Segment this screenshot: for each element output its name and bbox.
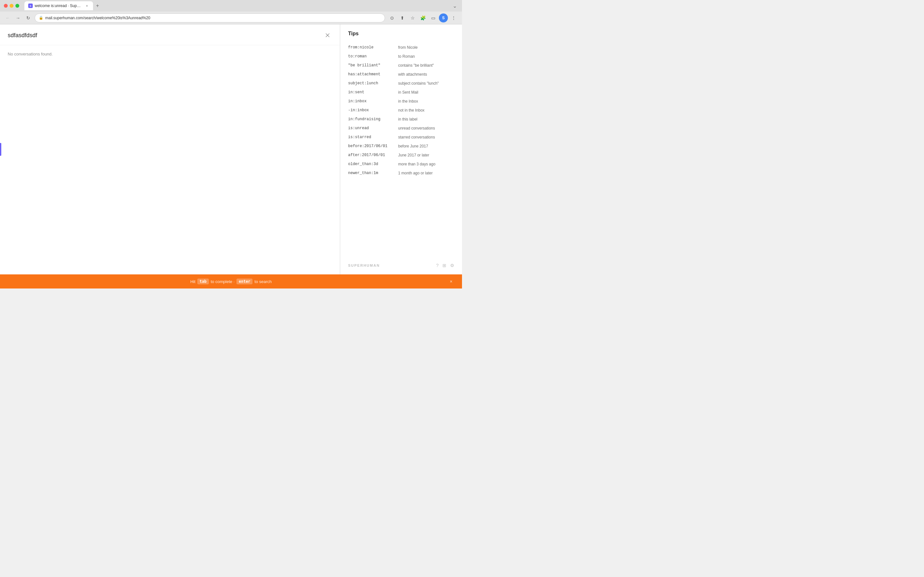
search-panel: sdfasdfdsdf No conversations found. [0, 24, 340, 274]
url-text: mail.superhuman.com/search/welcome%20is%… [45, 16, 150, 20]
search-header: sdfasdfdsdf [0, 24, 340, 45]
tab-title: welcome is:unread · Superhum... [35, 3, 83, 8]
tip-row: before:2017/06/01before June 2017 [348, 142, 454, 151]
content-area: sdfasdfdsdf No conversations found. Tips… [0, 24, 462, 274]
tip-command: before:2017/06/01 [348, 144, 393, 148]
grid-icon[interactable]: ⊞ [443, 263, 446, 268]
tab-close-button[interactable]: × [85, 3, 89, 8]
enter-key-badge: enter [236, 279, 252, 284]
settings-icon[interactable]: ⚙ [450, 263, 454, 268]
minimize-window-button[interactable] [10, 4, 13, 8]
tip-row: has:attachmentwith attachments [348, 70, 454, 79]
new-tab-button[interactable]: + [93, 1, 102, 10]
traffic-lights [4, 4, 19, 8]
tip-description: not in the Inbox [398, 108, 425, 113]
back-button[interactable]: ← [4, 14, 11, 22]
tips-title: Tips [348, 31, 454, 37]
menu-button[interactable]: ⋮ [449, 13, 458, 23]
tips-panel: Tips from:nicolefrom Nicoleto:romanto Ro… [340, 24, 462, 274]
tip-command: after:2017/06/01 [348, 153, 393, 157]
no-results-text: No conversations found. [0, 45, 340, 63]
tab-key-badge: tab [197, 279, 209, 284]
tip-row: older_than:3dmore than 3 days ago [348, 160, 454, 169]
bottom-bar: Hit tab to complete · enter to search × [0, 274, 462, 288]
address-bar: ← → ↻ 🔒 mail.superhuman.com/search/welco… [0, 11, 462, 24]
tab-overflow-button[interactable]: ⌄ [451, 2, 458, 10]
tip-row: in:inboxin the Inbox [348, 97, 454, 106]
tips-footer-icons: ? ⊞ ⚙ [436, 263, 454, 268]
share-button[interactable]: ⬆ [398, 13, 407, 23]
maximize-window-button[interactable] [15, 4, 19, 8]
bottom-text-after: to search [254, 279, 271, 284]
tip-command: in:inbox [348, 99, 393, 103]
tip-row: newer_than:1m1 month ago or later [348, 169, 454, 177]
tip-row: from:nicolefrom Nicole [348, 43, 454, 52]
tip-description: in the Inbox [398, 99, 418, 103]
tip-description: before June 2017 [398, 144, 428, 148]
tip-description: more than 3 days ago [398, 162, 435, 166]
tip-description: from Nicole [398, 45, 418, 50]
tip-command: has:attachment [348, 72, 393, 77]
bookmark-button[interactable]: ☆ [408, 13, 417, 23]
tip-row: is:unreadunread conversations [348, 124, 454, 133]
tip-row: -in:inboxnot in the Inbox [348, 106, 454, 115]
tip-row: in:sentin Sent Mail [348, 88, 454, 97]
reader-mode-button[interactable]: ⊙ [388, 13, 397, 23]
tip-command: is:unread [348, 126, 393, 131]
tips-footer: SUPERHUMAN ? ⊞ ⚙ [348, 256, 454, 268]
lock-icon: 🔒 [39, 16, 43, 20]
bottom-text-middle: to complete · [211, 279, 234, 284]
search-query: sdfasdfdsdf [8, 32, 37, 39]
tip-command: in:sent [348, 90, 393, 95]
close-search-button[interactable] [323, 31, 332, 40]
tip-row: after:2017/06/01June 2017 or later [348, 151, 454, 160]
bottom-bar-close-button[interactable]: × [448, 278, 454, 285]
tip-command: "be brilliant" [348, 63, 393, 68]
profile-button[interactable]: S [439, 13, 448, 23]
tip-description: to Roman [398, 54, 415, 59]
tip-command: subject:lunch [348, 81, 393, 85]
close-window-button[interactable] [4, 4, 8, 8]
active-tab[interactable]: S welcome is:unread · Superhum... × [24, 1, 93, 10]
tip-description: 1 month ago or later [398, 171, 433, 175]
tip-row: "be brilliant"contains "be brilliant" [348, 61, 454, 70]
tip-command: newer_than:1m [348, 171, 393, 175]
tip-description: in this label [398, 117, 417, 121]
tip-row: subject:lunchsubject contains "lunch" [348, 79, 454, 88]
tip-command: is:starred [348, 135, 393, 139]
bottom-text-before: Hit [190, 279, 195, 284]
tip-command: older_than:3d [348, 162, 393, 166]
tip-command: in:fundraising [348, 117, 393, 121]
tip-description: with attachments [398, 72, 427, 77]
address-input[interactable]: 🔒 mail.superhuman.com/search/welcome%20i… [35, 13, 385, 23]
sidebar-button[interactable]: ▭ [429, 13, 438, 23]
tip-row: to:romanto Roman [348, 52, 454, 61]
tip-description: in Sent Mail [398, 90, 418, 95]
tips-table: from:nicolefrom Nicoleto:romanto Roman"b… [348, 43, 454, 177]
bottom-bar-wrapper: Hit tab to complete · enter to search × [0, 274, 462, 288]
tip-description: contains "be brilliant" [398, 63, 434, 68]
help-icon[interactable]: ? [436, 263, 439, 268]
tip-description: subject contains "lunch" [398, 81, 439, 85]
tip-description: June 2017 or later [398, 153, 429, 157]
extensions-button[interactable]: 🧩 [418, 13, 427, 23]
tab-bar: S welcome is:unread · Superhum... × + [24, 1, 449, 10]
tab-favicon: S [28, 3, 33, 8]
browser-actions: ⊙ ⬆ ☆ 🧩 ▭ S ⋮ [388, 13, 458, 23]
title-bar: S welcome is:unread · Superhum... × + ⌄ [0, 0, 462, 11]
tip-description: starred conversations [398, 135, 435, 139]
sidebar-indicator [0, 143, 1, 156]
superhuman-logo: SUPERHUMAN [348, 263, 380, 268]
forward-button[interactable]: → [14, 14, 22, 22]
tip-row: is:starredstarred conversations [348, 133, 454, 142]
tip-description: unread conversations [398, 126, 435, 131]
tip-command: -in:inbox [348, 108, 393, 113]
tip-row: in:fundraisingin this label [348, 115, 454, 124]
browser-frame: S welcome is:unread · Superhum... × + ⌄ … [0, 0, 462, 288]
tip-command: to:roman [348, 54, 393, 59]
reload-button[interactable]: ↻ [24, 14, 32, 22]
tip-command: from:nicole [348, 45, 393, 50]
